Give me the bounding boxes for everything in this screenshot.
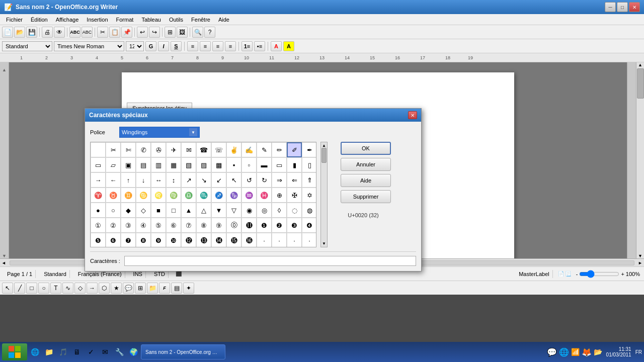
ellipse-tool[interactable]: ○ — [38, 283, 49, 294]
scroll-up-btn[interactable]: ▲ — [636, 62, 644, 67]
new-btn[interactable]: 📄 — [2, 27, 13, 38]
char-cell[interactable]: ↕ — [166, 172, 181, 188]
close-button[interactable]: ✕ — [629, 2, 640, 12]
char-cell[interactable]: ❽ — [136, 233, 151, 247]
grid-scroll-up[interactable]: ▲ — [322, 143, 326, 148]
menu-insertion[interactable]: Insertion — [83, 16, 112, 24]
char-cell[interactable]: ♈ — [91, 188, 106, 203]
char-cell[interactable]: ⇑ — [302, 172, 316, 188]
char-cell[interactable]: ⓰ — [242, 233, 257, 247]
char-cell[interactable]: ▥ — [151, 157, 166, 172]
help-button[interactable]: Aide — [341, 174, 391, 187]
char-cell[interactable]: ⑦ — [181, 218, 196, 233]
char-cell[interactable]: ② — [106, 218, 121, 233]
char-cell[interactable]: ❹ — [302, 218, 316, 233]
char-cell[interactable]: ↺ — [242, 172, 257, 188]
char-cell[interactable]: ◊ — [272, 203, 287, 218]
flowchart-tool[interactable]: ⬡ — [99, 283, 110, 294]
char-cell[interactable]: · — [302, 233, 316, 247]
char-cell[interactable]: ⑥ — [166, 218, 181, 233]
char-cell[interactable]: ▯ — [302, 157, 316, 172]
char-cell[interactable]: ▼ — [211, 203, 226, 218]
char-cell[interactable]: ♑ — [226, 188, 242, 203]
grid-scrollbar[interactable]: ▲ ▼ — [320, 142, 328, 247]
char-cell[interactable]: ❶ — [257, 218, 272, 233]
char-cell[interactable]: ⑨ — [211, 218, 226, 233]
char-cell[interactable]: ⓪ — [226, 218, 242, 233]
menu-fichier[interactable]: Fichier — [2, 16, 27, 24]
char-cell[interactable]: ↙ — [211, 172, 226, 188]
ok-button[interactable]: OK — [341, 142, 391, 155]
char-cell[interactable]: ○ — [106, 203, 121, 218]
cut-btn[interactable]: ✂ — [97, 27, 108, 38]
help-btn[interactable]: ? — [204, 27, 215, 38]
char-cell[interactable]: · — [272, 233, 287, 247]
scroll-right-btn[interactable]: ► — [636, 260, 644, 265]
char-cell[interactable]: ❸ — [287, 218, 302, 233]
char-cell[interactable]: ☏ — [211, 142, 226, 157]
char-cell[interactable]: □ — [166, 203, 181, 218]
char-cell[interactable]: ⑤ — [151, 218, 166, 233]
char-cell[interactable]: ♋ — [136, 188, 151, 203]
char-cell[interactable]: ❼ — [121, 233, 136, 247]
align-center-btn[interactable]: ≡ — [200, 41, 211, 51]
align-left-btn[interactable]: ≡ — [187, 41, 198, 51]
char-cell[interactable]: ✄ — [121, 142, 136, 157]
menu-outils[interactable]: Outils — [165, 16, 187, 24]
menu-tableau[interactable]: Tableau — [137, 16, 165, 24]
effects-tool[interactable]: ✦ — [183, 283, 194, 294]
taskbar-writer-item[interactable]: Sans nom 2 - OpenOffice.org Writer — [141, 344, 225, 359]
char-cell[interactable]: ▬ — [257, 157, 272, 172]
char-cell[interactable]: ✡ — [302, 188, 316, 203]
char-cell[interactable]: ↻ — [257, 172, 272, 188]
char-cell[interactable]: ♒ — [242, 188, 257, 203]
char-cell[interactable]: ♌ — [151, 188, 166, 203]
preview-btn[interactable]: 👁 — [54, 27, 65, 38]
list-num-btn[interactable]: 1≡ — [242, 41, 253, 51]
char-cell[interactable]: ◆ — [121, 203, 136, 218]
spellcheck-btn[interactable]: ABC — [69, 27, 80, 38]
char-cell[interactable] — [91, 142, 106, 157]
char-cell[interactable]: ♓ — [257, 188, 272, 203]
taskbar-check-icon[interactable]: ✓ — [85, 345, 98, 358]
menu-fenetre[interactable]: Fenêtre — [187, 16, 214, 24]
scrollbar-vertical[interactable]: ▲ ▼ — [636, 62, 644, 258]
grid-scroll-down[interactable]: ▼ — [322, 241, 326, 246]
taskbar-explorer-icon[interactable]: 📁 — [42, 345, 55, 358]
char-cell[interactable]: · — [287, 233, 302, 247]
char-cell[interactable]: ① — [91, 218, 106, 233]
char-cell[interactable]: △ — [196, 203, 211, 218]
char-cell[interactable]: ❺ — [91, 233, 106, 247]
align-right-btn[interactable]: ≡ — [212, 41, 223, 51]
char-cell[interactable]: ⓯ — [226, 233, 242, 247]
char-cell[interactable]: ↓ — [136, 172, 151, 188]
align-justify-btn[interactable]: ≡ — [225, 41, 236, 51]
char-cell[interactable]: ↑ — [121, 172, 136, 188]
zoom-in-btn[interactable]: + — [621, 271, 624, 277]
taskbar-skype-icon[interactable]: 💬 — [547, 347, 557, 357]
start-button[interactable] — [2, 343, 27, 360]
sidebar-arrow-down[interactable]: ▼ — [2, 253, 7, 258]
police-dropdown[interactable]: Wingdings ▼ — [119, 127, 200, 138]
char-cell[interactable]: ■ — [151, 203, 166, 218]
char-cell[interactable]: ⓫ — [242, 218, 257, 233]
size-dropdown[interactable]: 12 — [126, 41, 144, 51]
arrow-tool[interactable]: → — [87, 283, 98, 294]
taskbar-mail-icon[interactable]: ✉ — [99, 345, 112, 358]
char-cell[interactable]: ♍ — [166, 188, 181, 203]
curve-tool[interactable]: ∿ — [62, 283, 73, 294]
char-cell[interactable]: ♎ — [181, 188, 196, 203]
char-cell[interactable]: ✂ — [106, 142, 121, 157]
char-cell[interactable]: ✐ — [287, 142, 302, 157]
char-cell[interactable]: ♉ — [106, 188, 121, 203]
char-cell[interactable]: ⓮ — [211, 233, 226, 247]
char-cell[interactable]: ▪ — [226, 157, 242, 172]
char-cell[interactable]: ✆ — [136, 142, 151, 157]
list-bullet-btn[interactable]: •≡ — [254, 41, 265, 51]
char-cell[interactable]: ✠ — [287, 188, 302, 203]
char-cell[interactable]: ◌ — [287, 203, 302, 218]
select-tool[interactable]: ↖ — [2, 283, 13, 294]
highlight-btn[interactable]: A — [283, 41, 294, 51]
rect-tool[interactable]: □ — [26, 283, 37, 294]
taskbar-folder-icon[interactable]: 📂 — [594, 348, 602, 356]
